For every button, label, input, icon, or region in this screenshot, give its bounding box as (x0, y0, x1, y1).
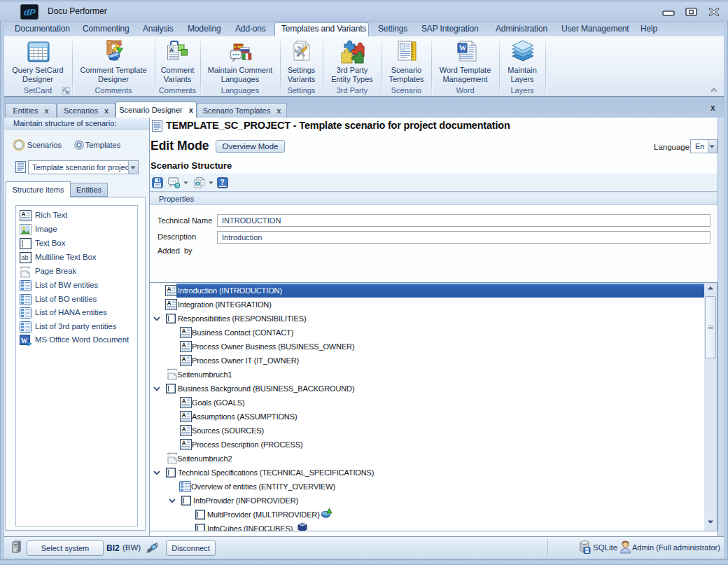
svg-text:W: W (21, 337, 28, 344)
svg-text:?: ? (220, 179, 225, 186)
svg-text:A: A (21, 211, 25, 218)
svg-text:dP: dP (24, 7, 36, 18)
svg-text:A: A (169, 47, 174, 53)
svg-text:ab: ab (22, 254, 29, 261)
svg-text:W: W (459, 44, 467, 52)
